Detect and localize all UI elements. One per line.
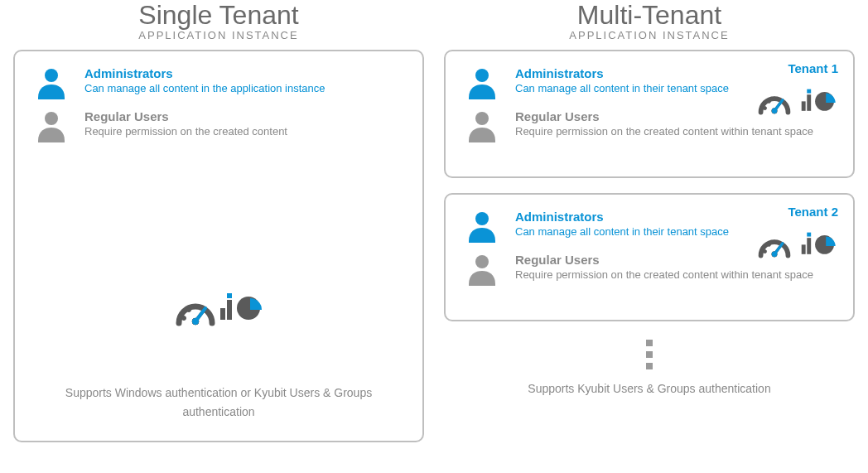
multi-tenant-footer: Supports Kyubit Users & Groups authentic… — [444, 379, 855, 398]
regular-desc: Require permission on the created conten… — [515, 125, 835, 138]
tenant-icon-group — [755, 86, 838, 119]
multi-tenant-subtitle: APPLICATION INSTANCE — [444, 29, 855, 41]
regular-desc: Require permission on the created conten… — [84, 125, 404, 138]
single-tenant-box: Administrators Can manage all content in… — [13, 50, 424, 442]
dashboard-gauge-icon — [755, 86, 793, 119]
dashboard-gauge-icon — [755, 229, 793, 263]
regular-desc: Require permission on the created conten… — [515, 268, 835, 281]
tenant-icon-group — [755, 229, 838, 263]
pie-bar-chart-icon — [800, 88, 838, 118]
user-icon — [464, 66, 500, 101]
single-tenant-title: Single Tenant — [13, 0, 424, 31]
user-icon — [33, 66, 70, 101]
regular-row: Regular Users Require permission on the … — [33, 109, 404, 144]
admin-desc: Can manage all content in the applicatio… — [84, 82, 404, 94]
admin-title: Administrators — [515, 210, 835, 224]
pie-bar-chart-icon — [800, 231, 838, 261]
admin-row: Administrators Can manage all content in… — [33, 66, 404, 101]
tenant-box: Tenant 2 Administrators Can manage all c… — [444, 193, 855, 321]
svg-point-14 — [772, 252, 778, 258]
user-icon — [464, 210, 500, 244]
user-icon — [464, 253, 500, 287]
ellipsis-icon — [444, 340, 855, 369]
dashboard-gauge-icon — [172, 292, 219, 331]
tenant-box: Tenant 1 Administrators Can manage all c… — [444, 50, 855, 178]
user-icon — [33, 109, 70, 144]
tenant-badge: Tenant 1 — [788, 61, 838, 75]
multi-tenant-header: Multi-Tenant APPLICATION INSTANCE — [444, 0, 855, 41]
admin-title: Administrators — [515, 66, 835, 80]
svg-point-10 — [192, 318, 199, 325]
center-icon-group: .accent-fill{fill:#0a93d6} — [15, 292, 422, 331]
regular-title: Regular Users — [84, 109, 404, 123]
multi-tenant-column: Multi-Tenant APPLICATION INSTANCE Tenant… — [444, 0, 855, 457]
tenant-badge: Tenant 2 — [788, 205, 838, 219]
svg-point-12 — [772, 109, 778, 114]
user-icon — [464, 109, 500, 144]
single-tenant-footer: Supports Windows authentication or Kyubi… — [15, 384, 422, 421]
single-tenant-subtitle: APPLICATION INSTANCE — [13, 29, 424, 41]
single-tenant-header: Single Tenant APPLICATION INSTANCE — [13, 0, 424, 41]
admin-title: Administrators — [84, 66, 404, 80]
multi-tenant-title: Multi-Tenant — [444, 0, 855, 31]
pie-bar-chart-icon: .accent-fill{fill:#0a93d6} — [219, 292, 265, 328]
single-tenant-column: Single Tenant APPLICATION INSTANCE Admin… — [13, 0, 424, 457]
